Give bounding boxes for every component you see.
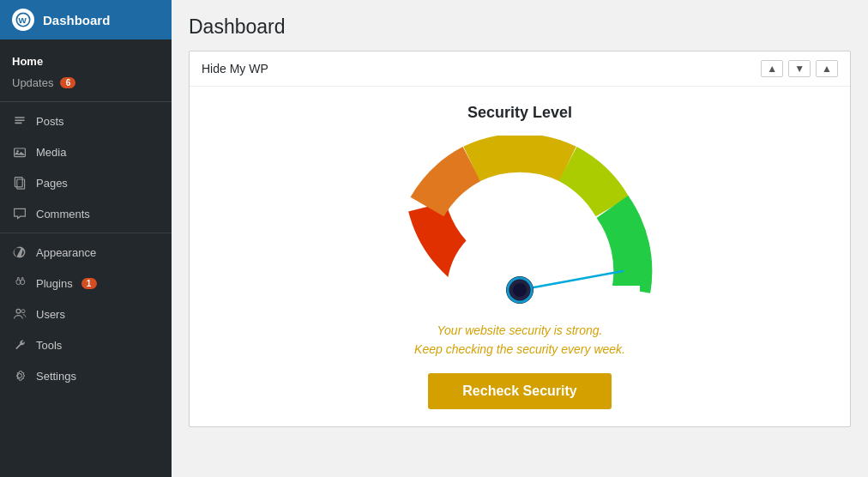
sidebar-item-pages[interactable]: Pages bbox=[0, 167, 172, 198]
users-icon bbox=[12, 306, 27, 322]
sidebar-item-label: Users bbox=[36, 308, 65, 321]
sidebar-item-plugins[interactable]: Plugins 1 bbox=[0, 268, 172, 299]
sidebar-header-label: Dashboard bbox=[43, 13, 110, 27]
plugins-icon bbox=[12, 275, 27, 291]
sidebar-item-label: Media bbox=[36, 146, 66, 159]
settings-icon bbox=[12, 368, 27, 383]
appearance-icon bbox=[12, 245, 27, 260]
updates-badge: 6 bbox=[60, 77, 75, 88]
recheck-security-button[interactable]: Recheck Security bbox=[428, 373, 611, 409]
sidebar-item-label: Posts bbox=[36, 115, 64, 128]
sidebar-item-label: Settings bbox=[36, 370, 76, 383]
gauge-svg bbox=[357, 136, 683, 307]
security-message-line1: Your website security is strong. bbox=[414, 321, 625, 340]
widget-collapse-up-button[interactable]: ▲ bbox=[761, 60, 783, 77]
sidebar-item-label: Pages bbox=[36, 177, 68, 190]
hide-my-wp-widget: Hide My WP ▲ ▼ ▲ Security Level bbox=[189, 51, 851, 427]
security-message-line2: Keep checking the security every week. bbox=[414, 340, 625, 359]
page-title: Dashboard bbox=[189, 15, 851, 39]
widget-body: Security Level bbox=[190, 87, 850, 426]
widget-collapse-down-button[interactable]: ▼ bbox=[788, 60, 811, 77]
svg-point-8 bbox=[21, 310, 25, 313]
widget-hide-button[interactable]: ▲ bbox=[816, 60, 838, 77]
sidebar-item-posts[interactable]: Posts bbox=[0, 106, 172, 136]
gauge-container bbox=[357, 136, 683, 307]
comments-icon bbox=[12, 206, 27, 221]
wp-logo: W bbox=[12, 9, 34, 31]
sidebar-item-label: Tools bbox=[36, 339, 62, 352]
sidebar-item-media[interactable]: Media bbox=[0, 136, 172, 167]
widget-title: Hide My WP bbox=[202, 62, 268, 75]
sidebar-item-label: Appearance bbox=[36, 246, 96, 259]
sidebar: W Dashboard Home Updates 6 Posts Media P… bbox=[0, 0, 172, 477]
sidebar-item-label: Comments bbox=[36, 208, 90, 220]
svg-point-14 bbox=[513, 283, 527, 297]
posts-icon bbox=[12, 113, 27, 129]
tools-icon bbox=[12, 337, 27, 353]
updates-item[interactable]: Updates 6 bbox=[0, 73, 172, 98]
sidebar-item-users[interactable]: Users bbox=[0, 299, 172, 329]
sidebar-item-settings[interactable]: Settings bbox=[0, 360, 172, 391]
sidebar-home-section: Home Updates 6 bbox=[0, 39, 172, 98]
widget-controls: ▲ ▼ ▲ bbox=[761, 60, 838, 77]
svg-text:W: W bbox=[19, 15, 27, 25]
svg-point-7 bbox=[16, 309, 21, 313]
sidebar-divider-2 bbox=[0, 232, 172, 233]
svg-rect-3 bbox=[15, 148, 26, 157]
svg-rect-5 bbox=[15, 178, 22, 187]
sidebar-item-label: Plugins bbox=[36, 277, 73, 290]
main-content: Dashboard Hide My WP ▲ ▼ ▲ Security Leve… bbox=[172, 0, 868, 477]
sidebar-header[interactable]: W Dashboard bbox=[0, 0, 172, 39]
updates-label: Updates bbox=[12, 76, 53, 89]
sidebar-item-tools[interactable]: Tools bbox=[0, 329, 172, 360]
media-icon bbox=[12, 144, 27, 160]
svg-rect-6 bbox=[17, 179, 25, 189]
plugins-badge: 1 bbox=[81, 278, 97, 289]
gauge-title: Security Level bbox=[467, 104, 572, 122]
sidebar-divider-1 bbox=[0, 101, 172, 102]
sidebar-item-comments[interactable]: Comments bbox=[0, 198, 172, 229]
svg-point-4 bbox=[16, 150, 18, 152]
home-label[interactable]: Home bbox=[0, 50, 172, 73]
pages-icon bbox=[12, 175, 27, 190]
widget-header: Hide My WP ▲ ▼ ▲ bbox=[190, 51, 850, 87]
sidebar-item-appearance[interactable]: Appearance bbox=[0, 237, 172, 268]
security-message: Your website security is strong. Keep ch… bbox=[414, 321, 625, 359]
